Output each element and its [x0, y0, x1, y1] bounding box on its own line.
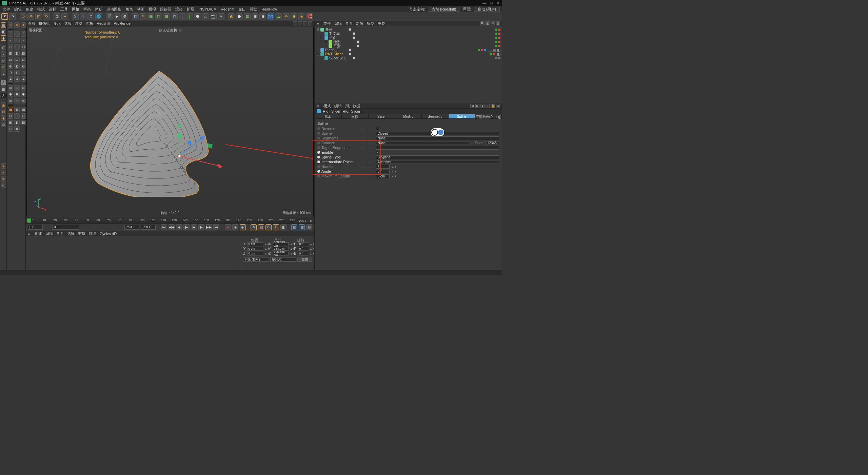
p41[interactable]: ▦ — [14, 126, 20, 132]
opt2-button[interactable]: ▦ — [299, 224, 305, 230]
redo-button[interactable]: ↷ — [9, 13, 16, 20]
vp-menu-camera[interactable]: 摄像机 — [39, 21, 50, 26]
om-menu-edit[interactable]: 编辑 — [334, 21, 342, 26]
number-field[interactable]: 8 — [376, 165, 390, 169]
mat-menu-edit[interactable]: 编辑 — [45, 231, 53, 236]
p13[interactable]: ◐ — [8, 63, 13, 69]
vertex-mode[interactable]: ◦ — [1, 51, 6, 57]
p28[interactable]: ◎ — [8, 98, 13, 103]
p20[interactable]: ◈ — [14, 76, 20, 82]
plugin9-icon[interactable]: ⊕ — [291, 13, 297, 20]
layer-swatch[interactable] — [353, 32, 355, 35]
prev-frame-button[interactable]: ◀ — [176, 224, 182, 230]
vp-menu-options[interactable]: 选项 — [64, 21, 72, 26]
menu-render[interactable]: 渲染 — [175, 7, 183, 12]
menu-insydium[interactable]: INSYDIUM — [198, 7, 217, 11]
dropdown[interactable]: B-Spline — [376, 155, 499, 159]
start-frame-field[interactable]: 0 F — [52, 225, 79, 230]
render-view-button[interactable]: 🎬 — [106, 13, 113, 20]
layer-swatch[interactable] — [349, 49, 351, 51]
anim-dot-icon[interactable] — [317, 170, 320, 173]
key-pos-button[interactable]: ✥ — [251, 224, 257, 230]
mat-menu-texture[interactable]: 纹理 — [89, 231, 96, 236]
extra-tag-icon[interactable]: ◧ — [497, 52, 500, 56]
visibility-dots[interactable] — [495, 57, 500, 59]
om-menu-view[interactable]: 查看 — [345, 21, 353, 26]
anim-dot-icon[interactable] — [317, 151, 320, 154]
coord-mode2-dropdown[interactable]: 绝对尺寸 — [270, 258, 296, 262]
next-key-button[interactable]: ▶▶ — [206, 224, 212, 230]
expand-toggle[interactable]: ⊞ — [316, 27, 319, 32]
pal-dots2[interactable]: ⋮ — [14, 31, 20, 37]
p19[interactable]: ◈ — [8, 76, 13, 82]
vp-nav-layout[interactable] — [308, 21, 312, 25]
playhead[interactable] — [27, 218, 31, 223]
move-gizmo[interactable] — [152, 122, 227, 176]
attr-tab[interactable]: 平滑着色(Phong) — [475, 114, 502, 119]
dropdown[interactable]: None — [376, 141, 470, 145]
layer-swatch[interactable] — [353, 57, 355, 59]
y-axis-button[interactable]: Y — [80, 13, 86, 20]
menu-realflow[interactable]: RealFlow — [261, 7, 278, 11]
key-param-button[interactable]: P — [273, 224, 279, 230]
visibility-dots[interactable] — [490, 53, 495, 55]
next-frame-button[interactable]: ▶ — [198, 224, 204, 230]
number-field[interactable]: 5 cm — [376, 174, 390, 178]
texture-mode[interactable]: ◧ — [1, 29, 6, 34]
range-end2-field[interactable]: 250 F — [141, 225, 156, 230]
object-mode[interactable]: ▢ — [1, 45, 6, 50]
plugin10-icon[interactable]: ◈ — [298, 13, 305, 20]
p23[interactable]: ⊞ — [14, 85, 20, 91]
p36[interactable]: ⊡ — [21, 113, 26, 119]
minimize-button[interactable]: — — [482, 1, 486, 5]
attr-menu-mode[interactable]: 模式 — [323, 103, 331, 109]
camera-button[interactable]: 📷 — [210, 13, 217, 20]
om-menu-tags[interactable]: 标签 — [367, 21, 374, 26]
plugin5-icon[interactable]: ⊞ — [259, 13, 266, 20]
layer-swatch[interactable] — [357, 40, 359, 43]
attr-up-icon[interactable]: ▲ — [480, 104, 485, 108]
plugin1-icon[interactable]: ◐ — [228, 13, 235, 20]
timeline-menu-icon[interactable]: ≡ — [309, 219, 314, 223]
prev-key-button[interactable]: ◀◀ — [169, 224, 175, 230]
attr-menu-userdata[interactable]: 用户数据 — [345, 103, 360, 109]
text-field[interactable] — [376, 146, 499, 150]
p9[interactable]: ◧ — [21, 51, 26, 56]
pal-move-icon[interactable]: ✥ — [14, 22, 20, 28]
nav-zoom[interactable]: ⊂ — [1, 183, 6, 188]
object-row[interactable]: Slicer (Z+) — [316, 56, 500, 60]
coord-mode1-dropdown[interactable]: 对象 (相对) — [243, 258, 269, 262]
anim-dot-icon[interactable] — [317, 137, 320, 139]
rot-field[interactable]: 0 ° — [298, 242, 308, 246]
attr-tab[interactable]: 坐标 — [341, 114, 368, 119]
anim-dot-icon[interactable] — [317, 156, 320, 158]
keyframe-sel-button[interactable]: ◈ — [240, 224, 246, 230]
attr-tab[interactable]: Modify — [395, 114, 422, 119]
size-field[interactable]: 385.093 cm — [273, 242, 289, 246]
snap-a[interactable]: ◉ — [1, 102, 6, 108]
menu-edit[interactable]: 编辑 — [14, 7, 22, 12]
autokey-button[interactable]: ◉ — [232, 224, 238, 230]
vp-nav-zoom[interactable] — [298, 21, 302, 25]
p21[interactable]: ◈ — [21, 76, 26, 82]
vp-menu-filter[interactable]: 过滤 — [75, 21, 82, 26]
layer-swatch[interactable] — [349, 28, 351, 31]
anim-dot-icon[interactable] — [317, 146, 320, 149]
seed-field[interactable]: 12345 — [486, 141, 499, 145]
attr-back-icon[interactable]: ◀ — [470, 104, 474, 108]
p27[interactable]: ⬢ — [21, 92, 26, 97]
layer-swatch[interactable] — [357, 44, 359, 47]
pal-gear-icon[interactable]: ⚙ — [8, 22, 13, 28]
plugin6-icon[interactable]: OR — [267, 13, 274, 20]
visibility-dots[interactable] — [495, 41, 500, 43]
p10[interactable]: ⊡ — [8, 57, 13, 62]
expand-toggle[interactable]: ⊟ — [320, 36, 323, 40]
attr-menu-edit[interactable]: 编辑 — [334, 103, 342, 109]
rot-field[interactable]: 0 ° — [298, 252, 308, 255]
menu-mesh[interactable]: 网格 — [71, 7, 80, 12]
p38[interactable]: ◧ — [14, 120, 20, 125]
pos-field[interactable]: 0 cm — [247, 242, 263, 246]
object-row[interactable]: ⊟ RKT Slicer ◧ — [316, 52, 500, 56]
menu-character[interactable]: 角色 — [125, 7, 134, 12]
p11[interactable]: ⊡ — [14, 57, 20, 62]
